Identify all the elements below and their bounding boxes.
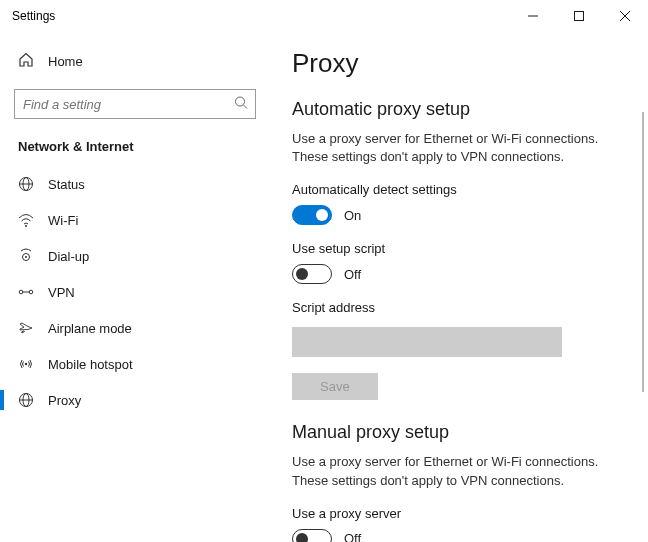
sidebar-item-label: Dial-up xyxy=(48,249,89,264)
svg-rect-1 xyxy=(575,12,584,21)
svg-point-13 xyxy=(29,290,33,294)
sidebar-item-proxy[interactable]: Proxy xyxy=(0,382,270,418)
auto-detect-label: Automatically detect settings xyxy=(292,182,626,197)
svg-point-11 xyxy=(25,256,27,258)
use-proxy-state: Off xyxy=(344,531,361,542)
maximize-button[interactable] xyxy=(556,0,602,32)
sidebar-item-label: Wi-Fi xyxy=(48,213,78,228)
auto-detect-toggle[interactable] xyxy=(292,205,332,225)
nav-home-label: Home xyxy=(48,54,83,69)
auto-proxy-heading: Automatic proxy setup xyxy=(292,99,626,120)
maximize-icon xyxy=(574,11,584,21)
script-address-label: Script address xyxy=(292,300,626,315)
sidebar-item-vpn[interactable]: VPN xyxy=(0,274,270,310)
use-proxy-toggle[interactable] xyxy=(292,529,332,542)
svg-point-12 xyxy=(19,290,23,294)
manual-proxy-heading: Manual proxy setup xyxy=(292,422,626,443)
globe-icon xyxy=(18,176,34,192)
sidebar-item-hotspot[interactable]: Mobile hotspot xyxy=(0,346,270,382)
sidebar-item-airplane[interactable]: Airplane mode xyxy=(0,310,270,346)
minimize-button[interactable] xyxy=(510,0,556,32)
sidebar-item-label: VPN xyxy=(48,285,75,300)
proxy-icon xyxy=(18,392,34,408)
vpn-icon xyxy=(18,284,34,300)
nav-home[interactable]: Home xyxy=(0,44,270,79)
setup-script-state: Off xyxy=(344,267,361,282)
search-input[interactable] xyxy=(14,89,256,119)
svg-point-15 xyxy=(25,363,27,365)
sidebar-item-label: Status xyxy=(48,177,85,192)
search-icon xyxy=(234,96,248,113)
setup-script-label: Use setup script xyxy=(292,241,626,256)
auto-proxy-desc: Use a proxy server for Ethernet or Wi-Fi… xyxy=(292,130,626,166)
script-address-input[interactable] xyxy=(292,327,562,357)
sidebar-item-label: Mobile hotspot xyxy=(48,357,133,372)
content-area: Proxy Automatic proxy setup Use a proxy … xyxy=(270,32,648,542)
close-button[interactable] xyxy=(602,0,648,32)
use-proxy-label: Use a proxy server xyxy=(292,506,626,521)
sidebar-item-label: Airplane mode xyxy=(48,321,132,336)
setup-script-toggle[interactable] xyxy=(292,264,332,284)
sidebar-item-wifi[interactable]: Wi-Fi xyxy=(0,202,270,238)
titlebar: Settings xyxy=(0,0,648,32)
sidebar-item-status[interactable]: Status xyxy=(0,166,270,202)
svg-line-5 xyxy=(244,105,248,109)
hotspot-icon xyxy=(18,356,34,372)
sidebar-item-dialup[interactable]: Dial-up xyxy=(0,238,270,274)
svg-point-9 xyxy=(25,225,27,227)
sidebar-section-header: Network & Internet xyxy=(0,133,270,166)
minimize-icon xyxy=(528,11,538,21)
manual-proxy-desc: Use a proxy server for Ethernet or Wi-Fi… xyxy=(292,453,626,489)
airplane-icon xyxy=(18,320,34,336)
sidebar-item-label: Proxy xyxy=(48,393,81,408)
dialup-icon xyxy=(18,248,34,264)
scrollbar[interactable] xyxy=(642,112,644,392)
page-title: Proxy xyxy=(292,48,626,79)
wifi-icon xyxy=(18,212,34,228)
sidebar: Home Network & Internet Status Wi-Fi xyxy=(0,32,270,542)
search-wrap xyxy=(14,89,256,119)
home-icon xyxy=(18,52,34,71)
svg-point-4 xyxy=(236,97,245,106)
auto-detect-state: On xyxy=(344,208,361,223)
save-button[interactable]: Save xyxy=(292,373,378,400)
window-title: Settings xyxy=(12,9,55,23)
close-icon xyxy=(620,11,630,21)
